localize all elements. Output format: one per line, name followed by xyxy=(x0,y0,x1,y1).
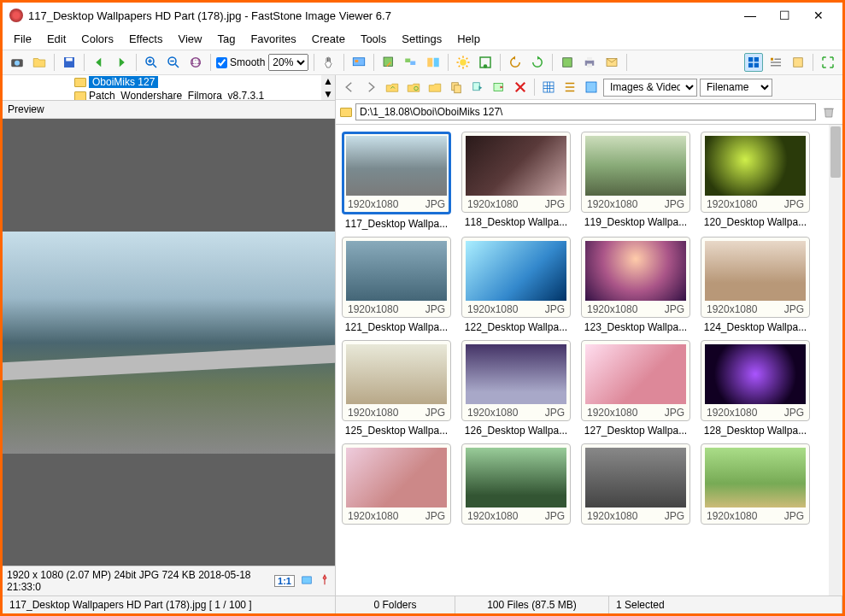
tag-icon[interactable] xyxy=(300,574,314,589)
svg-point-1 xyxy=(15,61,20,66)
view-single-icon[interactable] xyxy=(789,53,807,72)
capture-icon[interactable] xyxy=(8,53,26,72)
thumbnail-image xyxy=(585,344,686,404)
nav-up-icon[interactable] xyxy=(383,78,402,97)
thumbnail-image xyxy=(585,136,686,196)
thumbnail-pane[interactable]: 1920x1080JPG117_Desktop Wallpa...1920x10… xyxy=(336,125,842,595)
folder-tree[interactable]: OboiMiks 127 Patch_Wondershare_Filmora_v… xyxy=(3,75,335,101)
thumbnail[interactable]: 1920x1080JPG xyxy=(700,443,811,525)
main-toolbar: 1:1 Smooth 20% xyxy=(3,50,842,75)
menu-edit[interactable]: Edit xyxy=(41,30,72,48)
nav-export-icon[interactable] xyxy=(490,78,508,97)
svg-rect-28 xyxy=(794,58,803,67)
next-icon[interactable] xyxy=(112,53,131,72)
thumbnail[interactable]: 1920x1080JPG126_Desktop Wallpa... xyxy=(461,340,572,437)
batch-icon[interactable] xyxy=(402,53,420,72)
nav-settings-icon[interactable] xyxy=(582,78,601,97)
rotate-right-icon[interactable] xyxy=(528,53,547,72)
resize-icon[interactable] xyxy=(476,53,495,72)
menubar: File Edit Colors Effects View Tag Favori… xyxy=(3,28,842,50)
thumbnail[interactable]: 1920x1080JPG120_Desktop Wallpa... xyxy=(700,132,811,230)
smooth-checkbox[interactable]: Smooth xyxy=(216,56,265,68)
thumbnail[interactable]: 1920x1080JPG xyxy=(341,443,452,525)
nav-list-icon[interactable] xyxy=(560,78,579,97)
pin-icon[interactable] xyxy=(319,574,331,589)
brightness-icon[interactable] xyxy=(454,53,472,72)
nav-selectall-icon[interactable] xyxy=(539,78,558,97)
thumbnail[interactable]: 1920x1080JPG127_Desktop Wallpa... xyxy=(580,340,691,437)
trash-icon[interactable] xyxy=(819,103,838,121)
rotate-left-icon[interactable] xyxy=(506,53,525,72)
zoom-select[interactable]: 20% xyxy=(268,54,308,71)
nav-copy-icon[interactable] xyxy=(447,78,466,97)
thumbnail-image xyxy=(466,344,566,404)
thumbnail[interactable]: 1920x1080JPG119_Desktop Wallpa... xyxy=(580,132,691,230)
menu-effects[interactable]: Effects xyxy=(123,30,169,48)
thumb-filename: 118_Desktop Wallpa... xyxy=(465,216,567,228)
menu-settings[interactable]: Settings xyxy=(396,30,448,48)
tree-scrollbar[interactable]: ▲▼ xyxy=(321,75,335,100)
svg-rect-36 xyxy=(586,82,596,92)
nav-refresh-icon[interactable] xyxy=(404,78,423,97)
menu-favorites[interactable]: Favorites xyxy=(244,30,302,48)
slideshow-icon[interactable] xyxy=(349,53,368,72)
thumbnail[interactable]: 1920x1080JPG128_Desktop Wallpa... xyxy=(700,340,811,437)
preview-header: Preview xyxy=(3,101,335,119)
thumbnail[interactable]: 1920x1080JPG117_Desktop Wallpa... xyxy=(341,132,452,230)
tree-item-selected[interactable]: OboiMiks 127 xyxy=(6,75,332,89)
menu-help[interactable]: Help xyxy=(451,30,486,48)
hand-icon[interactable] xyxy=(320,53,338,72)
nav-delete-icon[interactable] xyxy=(511,78,530,97)
filter-select[interactable]: Images & Videos xyxy=(603,79,697,97)
zoom-out-icon[interactable] xyxy=(164,53,183,72)
prev-icon[interactable] xyxy=(90,53,109,72)
maximize-button[interactable]: ☐ xyxy=(767,3,801,27)
nav-forward-icon[interactable] xyxy=(361,78,380,97)
menu-file[interactable]: File xyxy=(8,30,38,48)
nav-back-icon[interactable] xyxy=(340,78,359,97)
svg-rect-3 xyxy=(66,58,73,62)
sort-select[interactable]: Filename xyxy=(700,79,772,97)
open-icon[interactable] xyxy=(30,53,49,72)
view-thumbnails-icon[interactable] xyxy=(744,53,763,72)
thumb-filename: 120_Desktop Wallpa... xyxy=(704,216,807,228)
fullscreen-icon[interactable] xyxy=(819,53,837,72)
thumbnail[interactable]: 1920x1080JPG121_Desktop Wallpa... xyxy=(341,237,452,333)
crop-icon[interactable] xyxy=(558,53,577,72)
thumbnail[interactable]: 1920x1080JPG122_Desktop Wallpa... xyxy=(461,237,572,333)
print-icon[interactable] xyxy=(580,53,599,72)
thumbnail[interactable]: 1920x1080JPG125_Desktop Wallpa... xyxy=(341,340,452,437)
actual-size-icon[interactable]: 1:1 xyxy=(186,53,205,72)
email-icon[interactable] xyxy=(602,53,621,72)
status-file: 117_Desktop Wallpapers HD Part (178).jpg… xyxy=(3,596,336,613)
ratio-badge[interactable]: 1:1 xyxy=(274,575,295,587)
compare-icon[interactable] xyxy=(424,53,443,72)
convert-icon[interactable] xyxy=(379,53,398,72)
thumbnail[interactable]: 1920x1080JPG123_Desktop Wallpa... xyxy=(580,237,691,333)
thumbnail[interactable]: 1920x1080JPG124_Desktop Wallpa... xyxy=(700,237,811,333)
menu-create[interactable]: Create xyxy=(306,30,351,48)
preview-pane[interactable] xyxy=(3,119,335,566)
menu-colors[interactable]: Colors xyxy=(75,30,120,48)
thumbnail-image xyxy=(705,344,806,404)
thumb-format: JPG xyxy=(784,407,804,419)
view-details-icon[interactable] xyxy=(766,53,785,72)
thumbnail[interactable]: 1920x1080JPG xyxy=(461,443,572,525)
nav-fav-icon[interactable] xyxy=(425,78,444,97)
thumbnail[interactable]: 1920x1080JPG xyxy=(580,443,691,525)
close-button[interactable]: ✕ xyxy=(801,3,836,27)
tree-item[interactable]: Patch_Wondershare_Filmora_v8.7.3.1 xyxy=(6,89,332,101)
path-input[interactable] xyxy=(355,103,816,120)
minimize-button[interactable]: — xyxy=(733,3,767,27)
zoom-in-icon[interactable] xyxy=(142,53,161,72)
thumbnail-image xyxy=(466,241,566,301)
menu-tools[interactable]: Tools xyxy=(355,30,392,48)
menu-view[interactable]: View xyxy=(172,30,208,48)
menu-tag[interactable]: Tag xyxy=(211,30,241,48)
thumb-resolution: 1920x1080 xyxy=(348,510,398,522)
thumb-filename: 126_Desktop Wallpa... xyxy=(465,425,567,437)
thumbnail[interactable]: 1920x1080JPG118_Desktop Wallpa... xyxy=(461,132,572,230)
nav-move-icon[interactable] xyxy=(468,78,487,97)
save-icon[interactable] xyxy=(60,53,79,72)
thumbs-scrollbar[interactable] xyxy=(829,125,842,595)
